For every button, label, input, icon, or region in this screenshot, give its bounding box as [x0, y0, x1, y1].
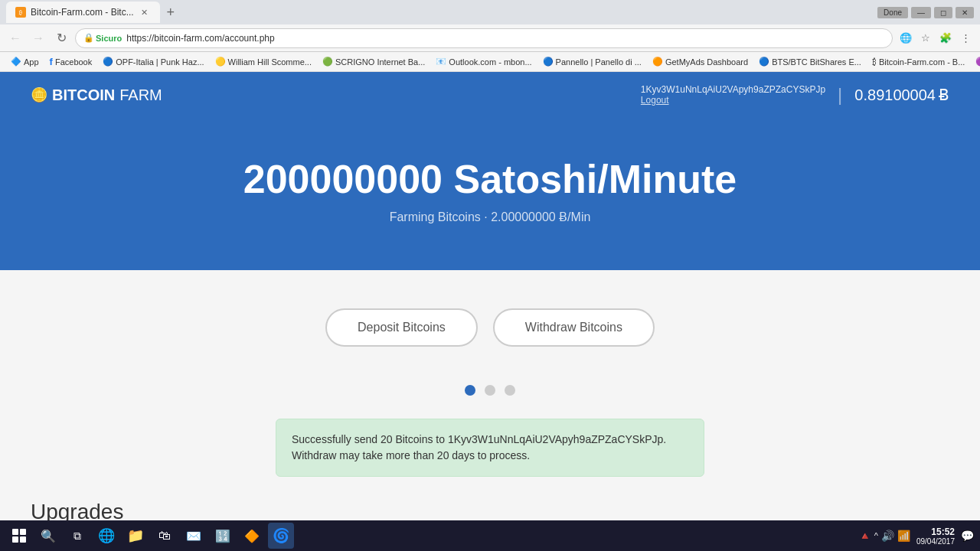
taskbar: 🔍 ⧉ 🌐 📁 🛍 ✉️ 🔢 🔶 🌀 🔺 ^ 🔊 📶 15:52 09/04/2…	[0, 520, 980, 551]
wallet-address: 1Kyv3W1uNnLqAiU2VApyh9aZPZaCYSkPJp	[641, 84, 825, 95]
logo-farm: FARM	[119, 86, 162, 104]
forward-button[interactable]: →	[29, 29, 47, 47]
bookmark-bitcoinfarm[interactable]: ₿ Bitcoin-Farm.com - B...	[867, 56, 969, 68]
active-tab[interactable]: ₿ Bitcoin-Farm.com - Bitc... ✕	[6, 2, 160, 23]
hero-section: 200000000 Satoshi/Minute Farming Bitcoin…	[0, 118, 980, 270]
tab-title: Bitcoin-Farm.com - Bitc...	[31, 7, 134, 18]
page-content: 🪙 BITCOINFARM 1Kyv3W1uNnLqAiU2VApyh9aZPZ…	[0, 72, 980, 547]
bookmark-outlook[interactable]: 📧 Outlook.com - mbon...	[431, 55, 536, 68]
deposit-button[interactable]: Deposit Bitcoins	[325, 308, 478, 347]
done-button[interactable]: Done	[877, 7, 908, 18]
menu-icon[interactable]: ⋮	[957, 30, 974, 47]
taskbar-vlc[interactable]: 🔶	[239, 523, 265, 549]
title-bar: ₿ Bitcoin-Farm.com - Bitc... ✕ + Done — …	[0, 0, 980, 24]
site-logo: 🪙 BITCOINFARM	[31, 86, 162, 104]
logo-bitcoin: BITCOIN	[52, 86, 115, 104]
header-divider: |	[838, 84, 842, 106]
secure-badge: 🔒 Sicuro	[83, 33, 122, 43]
minimize-button[interactable]: —	[911, 7, 931, 18]
bookmark-star-icon[interactable]: ☆	[917, 30, 934, 47]
btc-symbol: Ƀ	[939, 86, 949, 104]
taskbar-store[interactable]: 🛍	[152, 523, 178, 549]
balance-amount: 0.89100004	[854, 86, 936, 104]
taskbar-calc[interactable]: 🔢	[210, 523, 236, 549]
translate-icon[interactable]: 🌐	[897, 30, 914, 47]
taskbar-edge[interactable]: 🌐	[93, 523, 119, 549]
taskbar-chrome[interactable]: 🌀	[268, 523, 294, 549]
url-text: https://bitcoin-farm.com/account.php	[126, 33, 274, 44]
notifications-button[interactable]: 💬	[961, 530, 974, 542]
dot-2[interactable]	[485, 385, 495, 396]
taskbar-clock: 15:52 09/04/2017	[916, 527, 955, 546]
bookmark-scrigno[interactable]: 🟢 SCRIGNO Internet Ba...	[318, 55, 430, 68]
carousel-dots	[0, 370, 980, 411]
window-controls: Done — ◻ ✕	[877, 7, 974, 18]
speakers-icon: 🔊	[881, 530, 894, 542]
extension-icon[interactable]: 🧩	[937, 30, 954, 47]
clock-date: 09/04/2017	[916, 537, 955, 546]
taskbar-fileexplorer[interactable]: 📁	[122, 523, 149, 549]
mining-sub: Farming Bitcoins · 2.00000000 Ƀ/Min	[15, 210, 965, 224]
header-right: 1Kyv3W1uNnLqAiU2VApyh9aZPZaCYSkPJp Logou…	[641, 84, 949, 106]
bookmark-williamhill[interactable]: 🟡 William Hill Scomme...	[211, 55, 316, 68]
new-tab-button[interactable]: +	[160, 2, 181, 23]
address-box[interactable]: 🔒 Sicuro https://bitcoin-farm.com/accoun…	[75, 28, 893, 48]
tab-close-button[interactable]: ✕	[139, 6, 151, 18]
search-button[interactable]: 🔍	[35, 523, 61, 549]
tray-expand[interactable]: ^	[874, 531, 878, 540]
logout-link[interactable]: Logout	[641, 95, 825, 106]
start-button[interactable]	[6, 523, 32, 549]
network-wifi-icon: 📶	[897, 530, 910, 542]
clock-time: 15:52	[916, 527, 955, 537]
success-message: Successfully send 20 Bitcoins to 1Kyv3W1…	[276, 419, 704, 477]
close-button[interactable]: ✕	[956, 7, 974, 18]
balance-display: 0.89100004 Ƀ	[854, 86, 949, 104]
logo-icon: 🪙	[31, 86, 47, 103]
bookmark-myoffice[interactable]: 🟣 My office	[971, 55, 980, 68]
withdraw-button[interactable]: Withdraw Bitcoins	[493, 308, 655, 347]
mining-rate: 200000000 Satoshi/Minute	[15, 156, 965, 202]
dot-1[interactable]	[465, 385, 475, 396]
system-tray: 🔺 ^ 🔊 📶	[858, 530, 910, 542]
bookmark-apps[interactable]: 🔷 App	[6, 55, 44, 68]
reload-button[interactable]: ↻	[52, 29, 70, 47]
tab-favicon: ₿	[15, 7, 26, 18]
site-header: 🪙 BITCOINFARM 1Kyv3W1uNnLqAiU2VApyh9aZPZ…	[0, 72, 980, 118]
action-buttons: Deposit Bitcoins Withdraw Bitcoins	[0, 270, 980, 370]
network-icon: 🔺	[858, 530, 871, 542]
bookmark-getmyads[interactable]: 🟠 GetMyAds Dashboard	[648, 55, 753, 68]
back-button[interactable]: ←	[6, 29, 24, 47]
taskview-button[interactable]: ⧉	[64, 523, 90, 549]
wallet-info: 1Kyv3W1uNnLqAiU2VApyh9aZPZaCYSkPJp Logou…	[641, 84, 825, 106]
dot-3[interactable]	[505, 385, 515, 396]
maximize-button[interactable]: ◻	[934, 7, 952, 18]
bookmark-pannello[interactable]: 🔵 Pannello | Panello di ...	[538, 55, 646, 68]
bookmark-facebook[interactable]: f Facebook	[45, 54, 97, 69]
bookmark-bts[interactable]: 🔵 BTS/BTC BitShares E...	[754, 55, 866, 68]
bookmarks-bar: 🔷 App f Facebook 🔵 OPF-Italia | Punk Haz…	[0, 52, 980, 72]
success-line-2: Withdraw may take more than 20 days to p…	[292, 448, 688, 464]
toolbar-icons: 🌐 ☆ 🧩 ⋮	[897, 30, 974, 47]
address-bar-row: ← → ↻ 🔒 Sicuro https://bitcoin-farm.com/…	[0, 24, 980, 52]
success-line-1: Successfully send 20 Bitcoins to 1Kyv3W1…	[292, 432, 688, 448]
taskbar-mail[interactable]: ✉️	[181, 523, 207, 549]
taskbar-right: 🔺 ^ 🔊 📶 15:52 09/04/2017 💬	[858, 527, 974, 546]
bookmark-opf[interactable]: 🔵 OPF-Italia | Punk Haz...	[98, 55, 208, 68]
